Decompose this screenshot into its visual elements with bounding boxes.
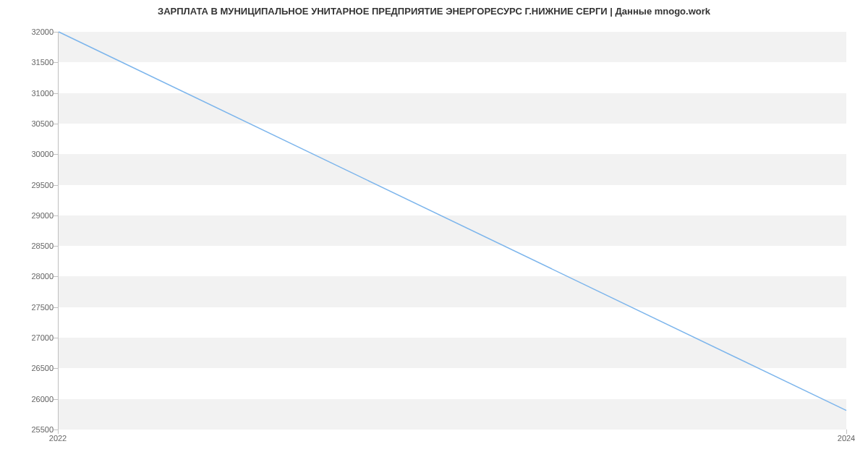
y-tick bbox=[54, 338, 58, 338]
y-tick-label: 26500 bbox=[10, 364, 54, 372]
y-tick bbox=[54, 307, 58, 308]
x-tick bbox=[846, 430, 847, 434]
y-tick-label: 28500 bbox=[10, 242, 54, 250]
y-tick-label: 29500 bbox=[10, 181, 54, 189]
y-tick-label: 30000 bbox=[10, 150, 54, 158]
x-tick bbox=[58, 430, 59, 434]
chart-container: ЗАРПЛАТА В МУНИЦИПАЛЬНОЕ УНИТАРНОЕ ПРЕДП… bbox=[0, 0, 868, 470]
y-tick bbox=[54, 32, 58, 33]
y-tick-label: 27500 bbox=[10, 303, 54, 312]
y-tick-label: 29000 bbox=[10, 211, 54, 220]
chart-title: ЗАРПЛАТА В МУНИЦИПАЛЬНОЕ УНИТАРНОЕ ПРЕДП… bbox=[0, 6, 868, 17]
y-tick-label: 28000 bbox=[10, 272, 54, 281]
y-tick bbox=[54, 368, 58, 369]
y-tick-label: 32000 bbox=[10, 27, 54, 36]
series-line bbox=[59, 32, 846, 411]
y-tick bbox=[54, 124, 58, 124]
y-tick-label: 30500 bbox=[10, 119, 54, 128]
y-tick bbox=[54, 154, 58, 155]
y-tick-label: 31500 bbox=[10, 58, 54, 67]
y-tick bbox=[54, 93, 58, 94]
y-tick bbox=[54, 62, 58, 63]
y-tick-label: 31000 bbox=[10, 89, 54, 98]
y-tick bbox=[54, 276, 58, 277]
y-tick-label: 27000 bbox=[10, 333, 54, 342]
line-series bbox=[59, 32, 846, 429]
y-tick bbox=[54, 246, 58, 247]
x-tick-label: 2022 bbox=[49, 434, 67, 443]
x-tick-label: 2024 bbox=[838, 434, 855, 443]
y-tick-label: 26000 bbox=[10, 395, 54, 403]
y-tick-label: 25500 bbox=[10, 425, 54, 434]
y-tick bbox=[54, 399, 58, 400]
plot-area bbox=[58, 32, 846, 430]
y-tick bbox=[54, 215, 58, 216]
y-tick bbox=[54, 185, 58, 186]
